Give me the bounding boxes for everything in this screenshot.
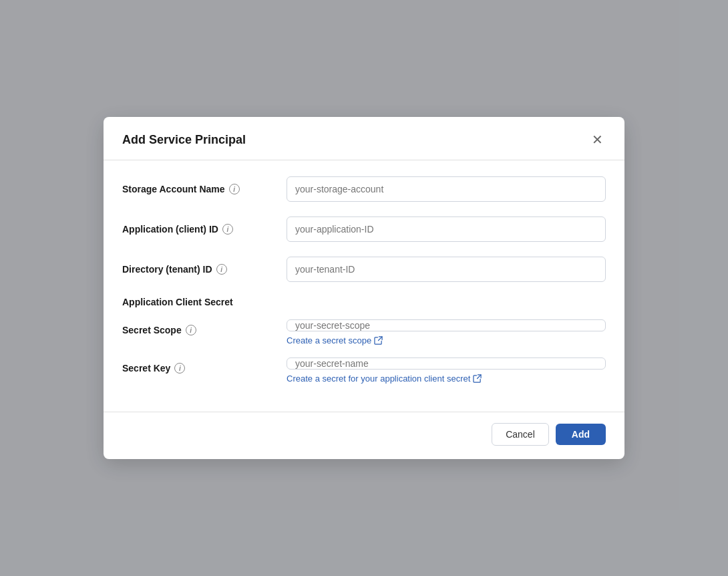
- create-secret-key-link[interactable]: Create a secret for your application cli…: [287, 374, 606, 384]
- secret-key-input-group: Create a secret for your application cli…: [287, 357, 606, 384]
- application-client-id-row: Application (client) ID i: [122, 217, 606, 242]
- secret-scope-info-icon[interactable]: i: [186, 325, 196, 335]
- cancel-button[interactable]: Cancel: [492, 423, 549, 446]
- dialog-footer: Cancel Add: [104, 412, 624, 459]
- create-secret-scope-link[interactable]: Create a secret scope: [287, 335, 606, 345]
- secret-key-input[interactable]: [287, 357, 606, 370]
- application-client-secret-section-title: Application Client Secret: [122, 297, 606, 307]
- application-client-id-input[interactable]: [287, 217, 606, 242]
- directory-tenant-id-row: Directory (tenant) ID i: [122, 257, 606, 282]
- modal-overlay: Add Service Principal ✕ Storage Account …: [0, 0, 728, 576]
- dialog-body: Storage Account Name i Application (clie…: [104, 160, 624, 406]
- directory-tenant-id-input[interactable]: [287, 257, 606, 282]
- application-client-id-info-icon[interactable]: i: [222, 224, 233, 235]
- secret-scope-row: Secret Scope i Create a secret scope: [122, 319, 606, 345]
- add-service-principal-dialog: Add Service Principal ✕ Storage Account …: [104, 117, 624, 459]
- secret-key-label: Secret Key i: [122, 357, 276, 374]
- dialog-title: Add Service Principal: [122, 133, 246, 147]
- application-client-id-label: Application (client) ID i: [122, 224, 276, 235]
- directory-tenant-id-label: Directory (tenant) ID i: [122, 264, 276, 275]
- storage-account-input[interactable]: [287, 176, 606, 202]
- secret-scope-input[interactable]: [287, 319, 606, 331]
- secret-scope-label: Secret Scope i: [122, 319, 276, 335]
- secret-key-row: Secret Key i Create a secret for your ap…: [122, 357, 606, 384]
- secret-scope-input-group: Create a secret scope: [287, 319, 606, 345]
- close-icon: ✕: [592, 133, 603, 146]
- storage-account-info-icon[interactable]: i: [229, 184, 240, 194]
- storage-account-label: Storage Account Name i: [122, 184, 276, 194]
- close-button[interactable]: ✕: [589, 130, 606, 149]
- external-link-icon-2: [473, 374, 482, 383]
- external-link-icon: [374, 336, 383, 345]
- secret-key-info-icon[interactable]: i: [174, 363, 185, 374]
- storage-account-row: Storage Account Name i: [122, 176, 606, 202]
- directory-tenant-id-info-icon[interactable]: i: [216, 264, 227, 275]
- dialog-header: Add Service Principal ✕: [104, 117, 624, 160]
- add-button[interactable]: Add: [556, 424, 606, 445]
